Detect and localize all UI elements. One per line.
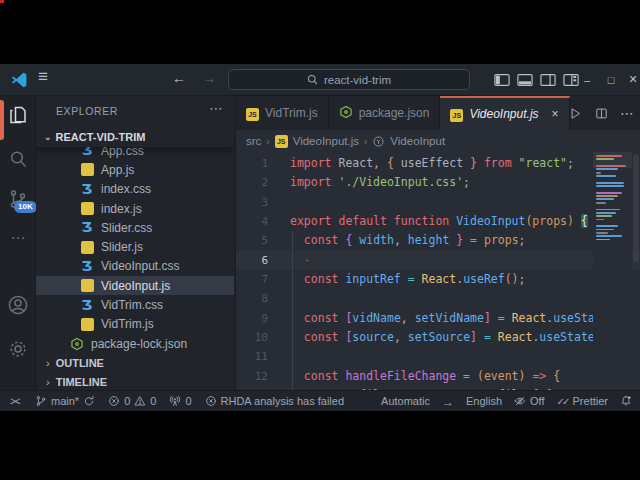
nav-back-icon[interactable]: ← <box>172 70 186 86</box>
code-line-7: const inputRef = React.useRef(); <box>290 270 640 289</box>
npm-file-icon <box>339 105 353 119</box>
breadcrumb: src › JS VideoInput.js › VideoInput <box>236 130 640 152</box>
minimize-button[interactable]: – <box>576 64 598 95</box>
file-row-VidTrim.js[interactable]: VidTrim.js <box>36 315 234 334</box>
statusbar-translate-target[interactable]: English <box>466 395 502 407</box>
error-icon <box>108 395 120 407</box>
section-label: TIMELINE <box>56 376 107 388</box>
editor-actions: ⋯ <box>568 96 634 130</box>
file-row-VidTrim.css[interactable]: ƷVidTrim.css <box>36 295 234 314</box>
statusbar-notifications[interactable] <box>620 395 632 407</box>
minimap[interactable] <box>593 152 632 390</box>
minimap-line <box>596 192 622 194</box>
command-center-search[interactable]: react-vid-trim <box>228 69 470 90</box>
editor-group: JSVidTrim.jspackage.jsonJSVideoInput.js×… <box>236 96 640 390</box>
code-line-6: - <box>290 251 640 270</box>
tab-VideoInput.js[interactable]: JSVideoInput.js× <box>440 96 569 130</box>
nav-forward-icon[interactable]: → <box>202 70 216 86</box>
explorer-sidebar: EXPLORER ⋯ ⌄ REACT-VID-TRIM ƷApp.cssApp.… <box>36 96 236 390</box>
breadcrumb-item-symbol[interactable]: VideoInput <box>390 135 445 147</box>
breadcrumb-item-src[interactable]: src <box>246 135 261 147</box>
toggle-panel-icon[interactable] <box>515 70 535 90</box>
line-number: 10 <box>236 328 290 347</box>
file-row-package-lock.json[interactable]: package-lock.json <box>36 334 234 353</box>
chevron-right-icon: › <box>46 376 50 388</box>
minimap-line <box>596 219 604 221</box>
code-line-9: const [vidName, setVidName] = React.useS… <box>290 309 640 328</box>
error-icon <box>205 395 217 407</box>
minimap-line <box>596 225 618 227</box>
minimap-line <box>596 212 616 214</box>
toggle-secondary-sidebar-icon[interactable] <box>538 70 558 90</box>
vscode-logo-icon <box>10 71 28 89</box>
statusbar-text: Automatic <box>381 395 430 407</box>
account-icon[interactable] <box>6 293 30 317</box>
minimap-line <box>596 235 622 237</box>
statusbar-screencast-mode[interactable]: Off <box>514 395 544 407</box>
tab-label: VideoInput.js <box>469 107 538 121</box>
statusbar-text: Prettier <box>573 395 608 407</box>
statusbar-text: 0 <box>150 395 156 407</box>
statusbar-ports[interactable]: 0 <box>169 395 191 407</box>
tab-label: package.json <box>359 106 430 120</box>
code-editor[interactable]: 12345678910111213 import React, { useEff… <box>236 152 640 390</box>
breadcrumb-item-file[interactable]: VideoInput.js <box>293 135 359 147</box>
statusbar-text: main* <box>51 395 79 407</box>
js-file-icon: JS <box>275 135 288 148</box>
statusbar-translate-arrow[interactable]: → <box>442 395 454 407</box>
minimap-line <box>596 185 624 187</box>
statusbar-translate-source[interactable]: Automatic <box>381 395 430 407</box>
status-bar: ><main*000RHDA analysis has failed Autom… <box>0 390 640 411</box>
editor-scrollbar[interactable] <box>633 154 639 262</box>
file-label: App.js <box>101 163 134 177</box>
code-line-5: const { width, height } = props; <box>290 231 640 250</box>
file-row-index.js[interactable]: index.js <box>36 199 234 218</box>
statusbar-remote-indicator[interactable]: >< <box>10 395 22 407</box>
settings-gear-icon[interactable] <box>6 337 30 361</box>
statusbar-prettier[interactable]: ✓✓Prettier <box>557 395 608 407</box>
file-row-Slider.css[interactable]: ƷSlider.css <box>36 218 234 237</box>
active-view-indicator <box>0 100 4 140</box>
statusbar-git-branch[interactable]: main* <box>35 395 95 407</box>
editor-more-actions[interactable]: ⋯ <box>620 105 634 121</box>
statusbar-text: English <box>466 395 502 407</box>
minimap-line <box>596 229 614 231</box>
minimap-line <box>596 168 618 170</box>
search-sidebar-icon[interactable] <box>6 147 30 171</box>
activity-more-icon[interactable]: ⋯ <box>0 229 36 247</box>
statusbar-problems[interactable]: 00 <box>108 395 156 407</box>
toggle-sidebar-icon[interactable] <box>492 70 512 90</box>
line-number: 9 <box>236 309 290 328</box>
minimap-line <box>596 209 620 211</box>
search-value: react-vid-trim <box>324 74 391 86</box>
close-button[interactable]: ✕ <box>622 64 640 95</box>
css-file-icon: Ʒ <box>82 299 93 312</box>
run-button[interactable] <box>568 106 583 121</box>
split-editor-button[interactable] <box>594 106 609 121</box>
sidebar-section-outline[interactable]: › OUTLINE <box>36 354 234 373</box>
minimap-line <box>596 175 616 177</box>
statusbar-rhda-status[interactable]: RHDA analysis has failed <box>205 395 345 407</box>
line-number: 2 <box>236 173 290 192</box>
file-row-App.js[interactable]: App.js <box>36 160 234 179</box>
maximize-button[interactable]: □ <box>600 64 622 95</box>
tab-close-icon[interactable]: × <box>552 107 559 121</box>
minimap-line <box>596 182 624 184</box>
tab-package.json[interactable]: package.json <box>329 96 441 130</box>
chevron-right-icon: › <box>46 357 50 369</box>
line-number: 5 <box>236 231 290 250</box>
project-root-row[interactable]: ⌄ REACT-VID-TRIM <box>36 127 234 147</box>
file-tree: ƷApp.cssApp.jsƷindex.cssindex.jsƷSlider.… <box>36 141 234 353</box>
eyeoff-icon <box>514 395 526 407</box>
menu-hamburger-icon[interactable]: ≡ <box>38 67 48 87</box>
tab-VidTrim.js[interactable]: JSVidTrim.js <box>236 96 329 130</box>
sidebar-section-timeline[interactable]: › TIMELINE <box>36 373 234 391</box>
file-row-VideoInput.css[interactable]: ƷVideoInput.css <box>36 257 234 276</box>
file-row-index.css[interactable]: Ʒindex.css <box>36 180 234 199</box>
explorer-more-actions[interactable]: ⋯ <box>209 100 223 116</box>
statusbar-text: RHDA analysis has failed <box>221 395 345 407</box>
file-row-Slider.js[interactable]: Slider.js <box>36 237 234 256</box>
explorer-icon[interactable] <box>6 103 30 127</box>
file-label: index.js <box>101 202 142 216</box>
file-row-VideoInput.js[interactable]: VideoInput.js <box>36 276 234 295</box>
